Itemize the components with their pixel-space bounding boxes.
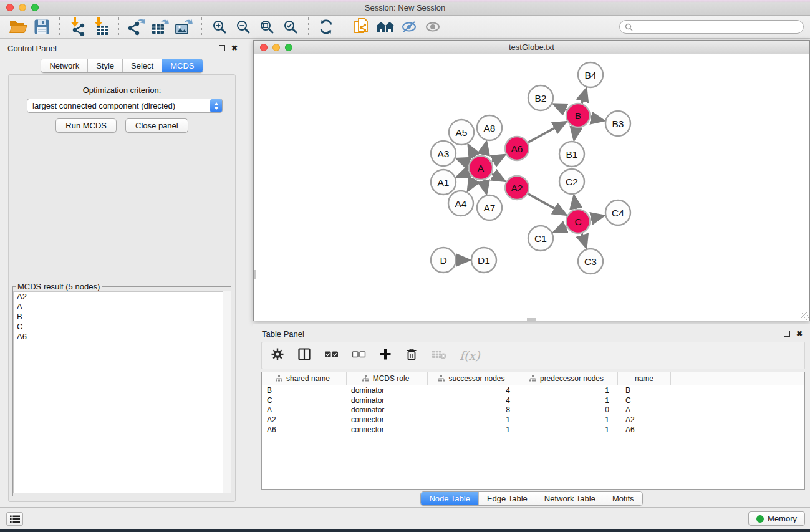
graph-edge-A-A2[interactable]: [492, 174, 504, 181]
tab-network-table[interactable]: Network Table: [536, 492, 604, 505]
table-row[interactable]: Adominator80A: [262, 405, 804, 415]
table-row[interactable]: Bdominator41B: [262, 385, 804, 395]
tab-node-table[interactable]: Node Table: [421, 492, 479, 505]
table-cell[interactable]: B: [618, 386, 671, 395]
table-cell[interactable]: A2: [618, 415, 671, 424]
tab-edge-table[interactable]: Edge Table: [479, 492, 536, 505]
graph-edge-C-C3[interactable]: [582, 234, 586, 247]
close-table-panel-icon[interactable]: ✖: [796, 329, 803, 338]
deselect-all-icon[interactable]: [352, 349, 366, 362]
table-cell[interactable]: 1: [428, 415, 518, 424]
zoom-selected-icon[interactable]: [281, 17, 301, 37]
network-window-titlebar[interactable]: testGlobe.txt: [254, 41, 809, 54]
add-column-icon[interactable]: [379, 348, 392, 363]
show-columns-icon[interactable]: [297, 347, 311, 364]
table-cell[interactable]: dominator: [347, 405, 428, 414]
graph-edge-B-B2[interactable]: [555, 105, 567, 110]
mcds-result-item[interactable]: B: [14, 312, 230, 322]
graph-edge-A-A5[interactable]: [469, 146, 475, 157]
table-cell[interactable]: A: [262, 405, 347, 414]
table-row[interactable]: A2connector11A2: [262, 415, 804, 425]
show-task-history-button[interactable]: [6, 512, 23, 526]
open-file-icon[interactable]: [8, 17, 28, 37]
float-table-panel-icon[interactable]: [784, 331, 790, 337]
graph-edge-A-A3[interactable]: [458, 159, 469, 163]
graph-edge-A-A6[interactable]: [492, 155, 504, 162]
search-field[interactable]: [619, 20, 804, 34]
save-session-icon[interactable]: [32, 17, 52, 37]
show-graphics-details-icon[interactable]: [423, 17, 443, 37]
table-cell[interactable]: 4: [428, 396, 518, 405]
zoom-in-icon[interactable]: [210, 17, 229, 37]
table-cell[interactable]: connector: [347, 425, 428, 434]
table-cell[interactable]: 1: [518, 415, 618, 424]
tab-mcds[interactable]: MCDS: [162, 59, 202, 72]
refresh-icon[interactable]: [316, 17, 336, 37]
table-cell[interactable]: 1: [518, 386, 618, 395]
export-network-icon[interactable]: [127, 17, 147, 37]
table-cell[interactable]: dominator: [347, 386, 428, 395]
close-panel-button[interactable]: Close panel: [125, 118, 188, 133]
graph-edge-A-A1[interactable]: [458, 172, 469, 177]
tab-select[interactable]: Select: [123, 59, 162, 72]
float-panel-icon[interactable]: [219, 45, 225, 51]
column-header-predecessor-nodes[interactable]: predecessor nodes: [518, 372, 618, 385]
settings-gear-icon[interactable]: [271, 347, 284, 364]
mcds-list-scrollbar[interactable]: [223, 291, 231, 493]
table-cell[interactable]: 8: [428, 405, 518, 414]
graph-edge-C-C2[interactable]: [574, 197, 576, 209]
mcds-result-item[interactable]: A2: [14, 292, 230, 302]
delete-column-icon[interactable]: [405, 347, 418, 364]
close-panel-icon[interactable]: ✖: [231, 44, 238, 52]
delete-table-icon[interactable]: [432, 349, 446, 362]
table-cell[interactable]: A: [618, 405, 671, 414]
table-cell[interactable]: C: [262, 396, 347, 405]
canvas-vertical-scroll-thumb[interactable]: [254, 270, 256, 279]
canvas-horizontal-scroll-thumb[interactable]: [527, 318, 536, 321]
optimization-criterion-select[interactable]: largest connected component (directed): [27, 99, 223, 113]
graph-edge-A-A4[interactable]: [468, 179, 475, 190]
table-cell[interactable]: A2: [262, 415, 347, 424]
column-header-shared-name[interactable]: shared name: [262, 372, 347, 385]
table-row[interactable]: Cdominator41C: [262, 395, 804, 405]
graph-edge-A-A7[interactable]: [483, 180, 486, 193]
mcds-result-item[interactable]: A: [14, 302, 230, 312]
hide-graphics-details-icon[interactable]: [399, 17, 419, 37]
window-resize-grip[interactable]: [801, 312, 809, 320]
table-row[interactable]: A6connector11A6: [262, 425, 804, 435]
column-header-mcds-role[interactable]: MCDS role: [347, 372, 428, 385]
table-cell[interactable]: B: [262, 386, 347, 395]
import-network-icon[interactable]: [67, 17, 87, 37]
function-builder-icon[interactable]: f(x): [460, 349, 480, 362]
graph-edge-C-C4[interactable]: [591, 216, 603, 218]
graph-edge-B-B3[interactable]: [591, 118, 602, 120]
graph-edge-C-C1[interactable]: [555, 226, 567, 231]
column-header-successor-nodes[interactable]: successor nodes: [428, 372, 518, 385]
table-cell[interactable]: 1: [518, 425, 618, 434]
select-all-icon[interactable]: [324, 349, 339, 362]
table-cell[interactable]: A6: [618, 425, 671, 434]
table-cell[interactable]: connector: [347, 415, 428, 424]
mcds-result-item[interactable]: A6: [14, 332, 230, 342]
zoom-out-icon[interactable]: [233, 17, 253, 37]
first-neighbors-icon[interactable]: [375, 17, 395, 37]
zoom-fit-icon[interactable]: [257, 17, 277, 37]
table-cell[interactable]: dominator: [347, 396, 428, 405]
table-cell[interactable]: A6: [262, 425, 347, 434]
graph-edge-A2-C[interactable]: [528, 194, 565, 215]
table-cell[interactable]: 1: [518, 396, 618, 405]
network-canvas[interactable]: B4B2BB3A8A5A6A3B1AA1C2A2A4A7C4CC1C3DD1: [254, 54, 809, 321]
new-network-from-selection-icon[interactable]: [352, 17, 372, 37]
mcds-result-item[interactable]: C: [14, 322, 230, 332]
tab-style[interactable]: Style: [88, 59, 123, 72]
search-input[interactable]: [633, 21, 803, 32]
table-cell[interactable]: 1: [428, 425, 518, 434]
graph-edge-A6-B[interactable]: [528, 122, 565, 142]
export-table-icon[interactable]: [150, 17, 170, 37]
graph-edge-A-A8[interactable]: [483, 143, 486, 155]
memory-button[interactable]: Memory: [748, 511, 805, 526]
graph-edge-B-B4[interactable]: [582, 90, 586, 104]
column-header-name[interactable]: name: [618, 372, 671, 385]
tab-network[interactable]: Network: [41, 59, 88, 72]
graph-edge-B-B1[interactable]: [574, 128, 576, 138]
